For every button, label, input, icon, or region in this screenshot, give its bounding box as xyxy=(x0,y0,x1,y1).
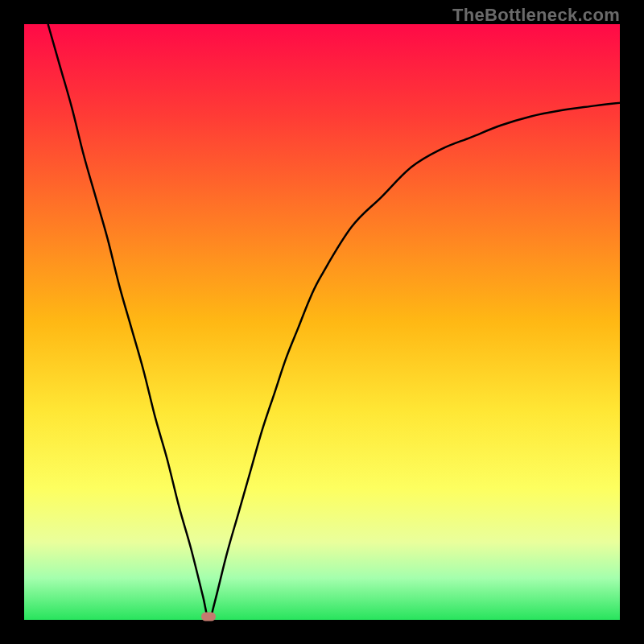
plot-area xyxy=(24,24,620,620)
watermark-label: TheBottleneck.com xyxy=(452,5,620,26)
chart-frame: TheBottleneck.com xyxy=(0,0,644,644)
optimal-point-marker xyxy=(201,613,216,621)
bottleneck-curve xyxy=(24,24,620,620)
